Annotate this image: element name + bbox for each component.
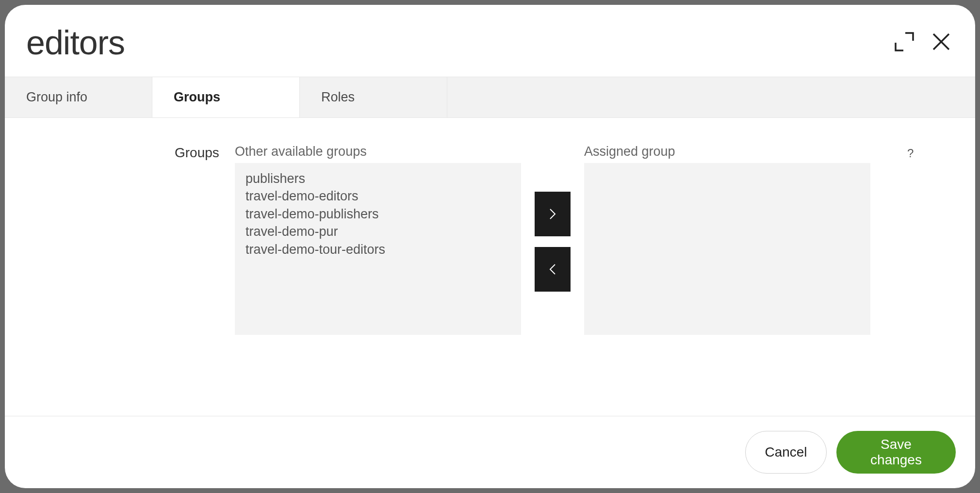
cancel-button[interactable]: Cancel [745,431,827,474]
list-item[interactable]: travel-demo-pur [245,223,510,240]
move-left-button[interactable] [535,247,571,292]
close-button[interactable] [931,31,952,52]
assigned-group-listbox[interactable] [584,163,870,335]
tab-roles[interactable]: Roles [300,77,447,117]
list-item[interactable]: travel-demo-publishers [245,205,510,223]
dialog-title: editors [26,23,125,62]
help-column: ? [907,144,914,160]
list-item[interactable]: travel-demo-editors [245,187,510,205]
chevron-left-icon [548,263,557,276]
list-item[interactable]: travel-demo-tour-editors [245,241,510,258]
move-right-button[interactable] [535,192,571,236]
section-label: Groups [175,145,219,161]
edit-group-dialog: editors Group info Groups Roles Groups O… [5,5,975,488]
save-changes-button[interactable]: Save changes [836,431,956,474]
dialog-content: Groups Other available groups publishers… [5,118,975,416]
transfer-arrows [535,192,571,292]
close-icon [931,31,952,52]
tab-bar: Group info Groups Roles [5,77,975,118]
expand-button[interactable] [894,31,915,52]
assigned-group-label: Assigned group [584,144,870,159]
header-icons [894,31,952,52]
available-groups-listbox[interactable]: publishers travel-demo-editors travel-de… [235,163,521,335]
tab-groups[interactable]: Groups [152,77,300,117]
available-groups-column: Other available groups publishers travel… [235,144,521,335]
list-item[interactable]: publishers [245,170,510,187]
group-transfer-control: Other available groups publishers travel… [235,144,914,401]
help-icon[interactable]: ? [907,147,914,160]
expand-icon [894,31,915,52]
dialog-footer: Cancel Save changes [5,416,975,488]
available-groups-label: Other available groups [235,144,521,159]
dialog-header: editors [5,5,975,77]
tab-group-info[interactable]: Group info [5,77,152,117]
assigned-group-column: Assigned group [584,144,870,335]
chevron-right-icon [548,208,557,220]
